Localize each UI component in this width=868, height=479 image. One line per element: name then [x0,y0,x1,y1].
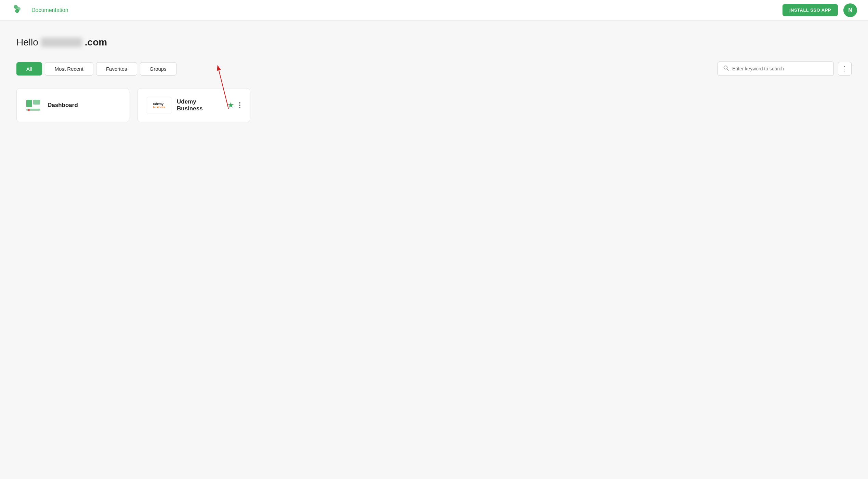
dashboard-card-title: Dashboard [48,102,78,109]
dashboard-card[interactable]: Dashboard [16,88,129,122]
kebab-dot-1 [239,102,240,104]
documentation-link[interactable]: Documentation [31,7,68,13]
main-header: Documentation INSTALL SSO APP N [0,0,868,20]
search-input[interactable] [732,66,828,71]
udemy-card-left: udemy business Udemy Business [146,97,221,113]
svg-point-5 [28,109,30,111]
domain-suffix: .com [85,37,107,48]
kebab-dot-2 [239,105,240,106]
cards-grid: Dashboard udemy business Udemy Business … [16,88,852,122]
tab-most-recent[interactable]: Most Recent [45,62,93,76]
user-name-blurred [41,38,82,47]
header-right: INSTALL SSO APP N [782,3,857,17]
more-options-icon: ⋮ [842,65,848,72]
favorite-star-icon[interactable]: ★ [227,101,234,110]
search-icon [723,65,729,72]
search-area: ⋮ [718,61,852,76]
kebab-menu-button[interactable] [238,101,242,110]
udemy-card-actions: ★ [227,101,242,110]
app-logo [11,3,26,18]
tab-favorites[interactable]: Favorites [96,62,137,76]
filter-tabs: All Most Recent Favorites Groups [16,62,176,76]
udemy-business-card[interactable]: udemy business Udemy Business ★ [137,88,250,122]
install-sso-button[interactable]: INSTALL SSO APP [782,4,838,16]
svg-rect-3 [33,100,40,105]
tab-all[interactable]: All [16,62,42,76]
tab-groups[interactable]: Groups [140,62,176,76]
dashboard-icon [25,97,41,113]
main-content: Hello .com All Most Recent Favorites Gro… [0,20,868,133]
udemy-business-card-title: Udemy Business [177,98,221,112]
svg-line-1 [727,69,729,71]
header-left: Documentation [11,3,68,18]
avatar[interactable]: N [843,3,857,17]
kebab-dot-3 [239,107,240,108]
more-options-button[interactable]: ⋮ [838,62,852,76]
filter-search-row: All Most Recent Favorites Groups ⋮ [16,61,852,76]
udemy-logo: udemy business [146,97,172,113]
svg-rect-2 [26,100,32,107]
search-box [718,61,834,76]
hello-text: Hello [16,37,38,48]
greeting: Hello .com [16,37,852,48]
